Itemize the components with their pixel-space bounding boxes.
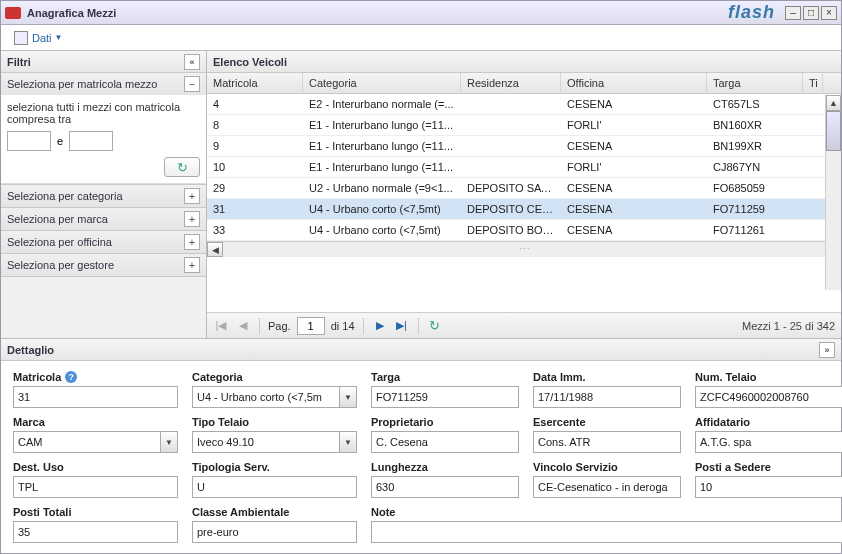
dest-uso-input[interactable] — [13, 476, 178, 498]
table-row[interactable]: 29U2 - Urbano normale (=9<1...DEPOSITO S… — [207, 178, 841, 199]
filter-officina-header[interactable]: Seleziona per officina + — [1, 231, 206, 253]
field-matricola: Matricola? — [13, 371, 178, 408]
filter-marca-header[interactable]: Seleziona per marca + — [1, 208, 206, 230]
titlebar: Anagrafica Mezzi flash – □ × — [1, 1, 841, 25]
col-categoria[interactable]: Categoria — [303, 73, 461, 93]
esercente-input[interactable] — [533, 431, 681, 453]
cell-categoria: E1 - Interurbano lungo (=11... — [303, 115, 461, 135]
page-input[interactable] — [297, 317, 325, 335]
field-categoria: Categoria ▼ — [192, 371, 357, 408]
filter-matricola: Seleziona per matricola mezzo − selezion… — [1, 73, 206, 185]
last-page-button[interactable]: ▶| — [394, 318, 410, 334]
col-ti[interactable]: Ti — [803, 73, 823, 93]
num-telaio-input[interactable] — [695, 386, 842, 408]
matricola-input[interactable] — [13, 386, 178, 408]
toolbar: Dati ▼ — [1, 25, 841, 51]
categoria-input[interactable] — [192, 386, 339, 408]
cell-categoria: U4 - Urbano corto (<7,5mt) — [303, 220, 461, 240]
table-row[interactable]: 31U4 - Urbano corto (<7,5mt)DEPOSITO CES… — [207, 199, 841, 220]
targa-input[interactable] — [371, 386, 519, 408]
first-page-button[interactable]: |◀ — [213, 318, 229, 334]
refresh-icon: ↻ — [429, 318, 440, 333]
filters-panel: Filtri « Seleziona per matricola mezzo −… — [1, 51, 207, 338]
horizontal-scrollbar[interactable]: ◀ ⋯ ▶ — [207, 241, 841, 257]
matricola-from-input[interactable] — [7, 131, 51, 151]
vehicles-grid: Matricola Categoria Residenza Officina T… — [207, 73, 841, 312]
cell-matricola: 4 — [207, 94, 303, 114]
vertical-scrollbar[interactable]: ▲ — [825, 95, 841, 290]
close-button[interactable]: × — [821, 6, 837, 20]
note-input[interactable] — [371, 521, 842, 543]
cell-targa: FO711259 — [707, 199, 803, 219]
dati-menu-button[interactable]: Dati ▼ — [7, 28, 69, 48]
classe-ambientale-input[interactable] — [192, 521, 357, 543]
table-row[interactable]: 8E1 - Interurbano lungo (=11...FORLI'BN1… — [207, 115, 841, 136]
refresh-filter-button[interactable]: ↻ — [164, 157, 200, 177]
chevron-down-icon: ▼ — [55, 33, 63, 42]
cell-residenza — [461, 157, 561, 177]
cell-residenza: DEPOSITO CESE... — [461, 199, 561, 219]
field-posti-sedere: Posti a Sedere — [695, 461, 842, 498]
chevron-down-icon[interactable]: ▼ — [339, 431, 357, 453]
chevron-down-icon[interactable]: ▼ — [339, 386, 357, 408]
table-row[interactable]: 10E1 - Interurbano lungo (=11...FORLI'CJ… — [207, 157, 841, 178]
cell-targa: FO685059 — [707, 178, 803, 198]
matricola-to-input[interactable] — [69, 131, 113, 151]
field-proprietario: Proprietario — [371, 416, 519, 453]
cell-residenza — [461, 136, 561, 156]
data-imm-input[interactable] — [533, 386, 681, 408]
cell-categoria: U4 - Urbano corto (<7,5mt) — [303, 199, 461, 219]
cell-targa: BN199XR — [707, 136, 803, 156]
minimize-button[interactable]: – — [785, 6, 801, 20]
cell-residenza: DEPOSITO BORE... — [461, 220, 561, 240]
tipologia-serv-input[interactable] — [192, 476, 357, 498]
pager-refresh-button[interactable]: ↻ — [427, 318, 443, 334]
tipo-telaio-input[interactable] — [192, 431, 339, 453]
marca-input[interactable] — [13, 431, 160, 453]
lunghezza-input[interactable] — [371, 476, 519, 498]
scroll-up-icon[interactable]: ▲ — [826, 95, 841, 111]
field-vincolo-servizio: Vincolo Servizio — [533, 461, 681, 498]
pager-status: Mezzi 1 - 25 di 342 — [742, 320, 835, 332]
cell-targa: BN160XR — [707, 115, 803, 135]
cell-categoria: U2 - Urbano normale (=9<1... — [303, 178, 461, 198]
affidatario-input[interactable] — [695, 431, 842, 453]
col-residenza[interactable]: Residenza — [461, 73, 561, 93]
cell-targa: FO711261 — [707, 220, 803, 240]
window: Anagrafica Mezzi flash – □ × Dati ▼ Filt… — [0, 0, 842, 554]
cell-categoria: E1 - Interurbano lungo (=11... — [303, 136, 461, 156]
scroll-track[interactable]: ⋯ — [223, 242, 825, 257]
vincolo-servizio-input[interactable] — [533, 476, 681, 498]
main: Filtri « Seleziona per matricola mezzo −… — [1, 51, 841, 338]
maximize-button[interactable]: □ — [803, 6, 819, 20]
help-icon[interactable]: ? — [65, 371, 77, 383]
posti-totali-input[interactable] — [13, 521, 178, 543]
prev-page-button[interactable]: ◀ — [235, 318, 251, 334]
chevron-down-icon[interactable]: ▼ — [160, 431, 178, 453]
filter-matricola-header[interactable]: Seleziona per matricola mezzo − — [1, 73, 206, 95]
filter-gestore-header[interactable]: Seleziona per gestore + — [1, 254, 206, 276]
table-row[interactable]: 33U4 - Urbano corto (<7,5mt)DEPOSITO BOR… — [207, 220, 841, 241]
scroll-thumb[interactable] — [826, 111, 841, 151]
minus-icon: − — [184, 76, 200, 92]
scroll-left-icon[interactable]: ◀ — [207, 242, 223, 257]
proprietario-input[interactable] — [371, 431, 519, 453]
table-row[interactable]: 4E2 - Interurbano normale (=...CESENACT6… — [207, 94, 841, 115]
field-esercente: Esercente — [533, 416, 681, 453]
cell-targa: CT657LS — [707, 94, 803, 114]
posti-sedere-input[interactable] — [695, 476, 842, 498]
collapse-down-icon[interactable]: » — [819, 342, 835, 358]
filter-categoria-header[interactable]: Seleziona per categoria + — [1, 185, 206, 207]
cell-matricola: 33 — [207, 220, 303, 240]
field-tipologia-serv: Tipologia Serv. — [192, 461, 357, 498]
grid-header: Elenco Veicoli — [207, 51, 841, 73]
col-matricola[interactable]: Matricola — [207, 73, 303, 93]
next-page-button[interactable]: ▶ — [372, 318, 388, 334]
cell-residenza: DEPOSITO SAVI... — [461, 178, 561, 198]
table-row[interactable]: 9E1 - Interurbano lungo (=11...CESENABN1… — [207, 136, 841, 157]
collapse-left-icon[interactable]: « — [184, 54, 200, 70]
cell-officina: FORLI' — [561, 157, 707, 177]
col-officina[interactable]: Officina — [561, 73, 707, 93]
filters-header: Filtri « — [1, 51, 206, 73]
col-targa[interactable]: Targa — [707, 73, 803, 93]
